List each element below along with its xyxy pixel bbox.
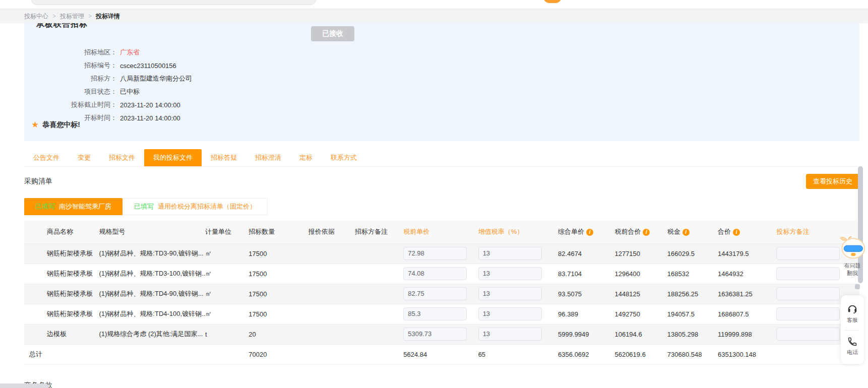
mascot-helper-icon[interactable]: [838, 233, 866, 261]
cell-name: 钢筋桁架楼承板: [24, 243, 99, 264]
column-header-label: 计量单位: [205, 228, 231, 235]
info-field-label: 项目状态：: [36, 87, 117, 96]
divider: [845, 330, 859, 331]
column-header: 商品名称: [24, 220, 99, 243]
cell-name: 钢筋桁架楼承板: [24, 264, 99, 284]
vat-rate-input[interactable]: 13: [478, 267, 542, 280]
vat-rate-input[interactable]: 13: [478, 247, 542, 260]
pretax-price-input[interactable]: 5309.73: [403, 328, 467, 341]
info-field-value: 2023-11-20 14:00:00: [120, 114, 180, 122]
cell-pretax_price: 82.75: [403, 284, 478, 304]
column-header-label: 招标方备注: [355, 228, 388, 235]
info-icon[interactable]: i: [643, 229, 650, 236]
cell-spec: (1)规格综合考虑 (2)其他:满足国家...: [99, 324, 205, 344]
info-icon[interactable]: i: [733, 229, 740, 236]
tab-item[interactable]: 定标: [290, 149, 322, 166]
cell-unit: ㎡: [205, 243, 249, 264]
column-header-label: 报价依据: [308, 228, 335, 235]
column-header-label: 综合单价: [558, 228, 584, 235]
column-header-label: 税前合价: [614, 228, 641, 235]
tab-item[interactable]: 变更: [69, 149, 100, 166]
column-header-label: 招标数量: [249, 228, 275, 235]
congrats-text: 恭喜您中标!: [42, 120, 80, 130]
view-bid-history-button[interactable]: 查看投标历史: [806, 174, 859, 189]
info-icon[interactable]: i: [683, 229, 690, 236]
column-header: 招标方备注: [355, 220, 403, 243]
table-row: 钢筋桁架楼承板(1)钢材品种、规格:TD4-100,镀锌钢...㎡1750085…: [24, 304, 859, 324]
tab-item[interactable]: 公告文件: [24, 149, 69, 166]
breadcrumb-separator: >: [52, 13, 56, 20]
info-field-label: 投标截止时间：: [36, 100, 117, 109]
column-header: 招标数量: [249, 220, 308, 243]
pretax-price-input[interactable]: 85.3: [403, 307, 467, 320]
pretax-price-input[interactable]: 82.75: [403, 287, 467, 300]
breadcrumb-item[interactable]: 投标管理: [60, 12, 84, 21]
cell-basis: [308, 243, 355, 264]
cell-tax: 188256.25: [667, 284, 718, 304]
bidder-note-input[interactable]: [776, 307, 840, 320]
tab-item[interactable]: 招标澄清: [246, 149, 290, 166]
tab-item[interactable]: 联系方式: [322, 149, 366, 166]
cell-tax: 13805.298: [667, 324, 718, 344]
cell-total: 1636381.25: [718, 284, 776, 304]
vat-rate-input[interactable]: 13: [478, 287, 542, 300]
cell-vat_rate: 13: [478, 324, 558, 344]
cell-composite_price: 5999.9949: [558, 324, 614, 344]
total-cell-composite_price: 6356.0692: [558, 344, 614, 364]
cell-name: 钢筋桁架楼承板: [24, 284, 99, 304]
pretax-price-input[interactable]: 74.08: [403, 267, 467, 280]
cell-unit: t: [205, 324, 249, 344]
info-field-label: 招标方：: [36, 74, 117, 83]
pretax-price-input[interactable]: 72.98: [403, 247, 467, 260]
cell-unit: ㎡: [205, 304, 249, 324]
cell-qty: 20: [249, 324, 308, 344]
info-field-label: 招标编号：: [36, 61, 117, 70]
tab-item[interactable]: 招标文件: [100, 149, 144, 166]
tab-item[interactable]: 招标答疑: [202, 149, 246, 166]
bidder-note-input[interactable]: [776, 328, 840, 341]
cell-vat_rate: 13: [478, 304, 558, 324]
business-terms-title: 商务条款: [24, 381, 868, 388]
info-field: 招标方：八局新型建造华南分公司: [36, 72, 859, 85]
phone-icon: [847, 337, 857, 347]
column-header-label: 规格型号: [99, 228, 125, 235]
info-field: 投标截止时间：2023-11-20 14:00:00: [36, 98, 859, 111]
list-subtabs: 已填写南沙智能驾乘厂房已填写通用价税分离招标清单（固定价）: [24, 198, 859, 215]
column-header: 综合单价i: [558, 220, 614, 243]
info-icon[interactable]: i: [586, 229, 593, 236]
total-cell-basis: [308, 344, 355, 364]
cell-tax: 166029.5: [667, 243, 718, 264]
cell-composite_price: 93.5075: [558, 284, 614, 304]
breadcrumb-item[interactable]: 投标中心: [24, 12, 48, 21]
cell-basis: [308, 304, 355, 324]
bidder-note-input[interactable]: [776, 247, 840, 260]
column-header-label: 税前单价: [403, 228, 429, 235]
total-cell-tax: 730680.548: [667, 344, 718, 364]
vat-rate-input[interactable]: 13: [478, 328, 542, 341]
cell-pretax_total: 106194.6: [614, 324, 667, 344]
customer-service-button[interactable]: 客服: [847, 301, 858, 326]
info-field: 开标时间：2023-11-20 14:00:00: [36, 111, 859, 124]
total-cell-pretax_price: 5624.84: [403, 344, 478, 364]
phone-button[interactable]: 电话: [847, 335, 858, 358]
cell-pretax_total: 1492750: [614, 304, 667, 324]
subtab-label: 南沙智能驾乘厂房: [59, 202, 111, 211]
subtab[interactable]: 已填写通用价税分离招标清单（固定价）: [122, 198, 268, 215]
vat-rate-input[interactable]: 13: [478, 307, 542, 320]
cell-total: 1464932: [718, 264, 776, 284]
bidder-note-input[interactable]: [776, 267, 840, 280]
bidder-note-input[interactable]: [776, 287, 840, 300]
toolbar: 采购清单 查看投标历史: [24, 174, 859, 189]
support-panel: 客服 电话: [841, 295, 864, 364]
cell-basis: [308, 284, 355, 304]
column-header-label: 商品名称: [47, 228, 73, 235]
breadcrumb-item[interactable]: 投标详情: [96, 12, 120, 21]
tab-item[interactable]: 我的投标文件: [144, 149, 202, 166]
subtab[interactable]: 已填写南沙智能驾乘厂房: [24, 198, 122, 215]
cell-unit: ㎡: [205, 264, 249, 284]
info-field: 招标编号：cscec23110500156: [36, 59, 859, 72]
cell-total: 119999.898: [718, 324, 776, 344]
star-icon: ★: [31, 119, 39, 130]
cell-qty: 17500: [249, 304, 308, 324]
total-cell-unit: [205, 344, 249, 364]
